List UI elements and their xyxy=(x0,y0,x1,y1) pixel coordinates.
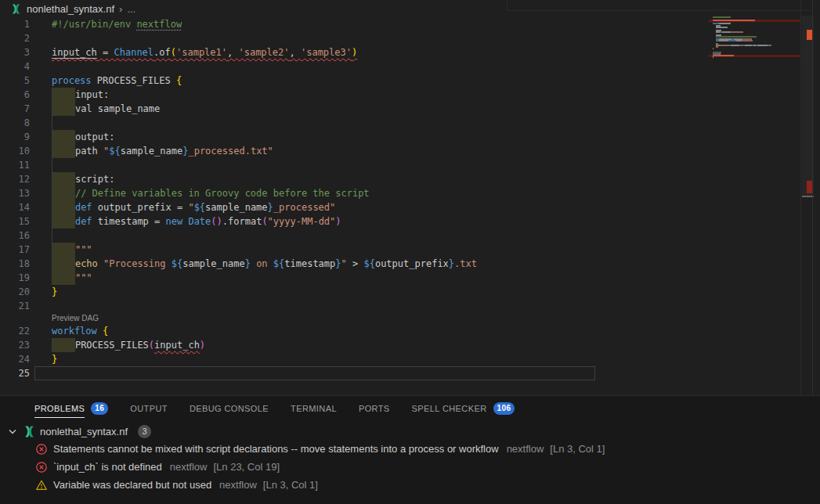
codelens-content: Preview DAG xyxy=(34,313,709,324)
line-content[interactable]: workflow { xyxy=(34,324,709,338)
code-line[interactable]: 3input_ch = Channel.of('sample1', 'sampl… xyxy=(0,45,709,59)
code-line[interactable]: 23 PROCESS_FILES(input_ch) xyxy=(0,338,709,352)
code-line[interactable]: 12 script: xyxy=(0,172,709,186)
problems-tree: nonlethal_syntax.nf 3 Statements cannot … xyxy=(0,420,820,494)
code-line[interactable]: 18 echo "Processing ${sample_name} on ${… xyxy=(0,257,709,271)
problem-row[interactable]: `input_ch` is not definednextflow[Ln 23,… xyxy=(0,458,820,476)
line-content[interactable]: PROCESS_FILES(input_ch) xyxy=(34,338,709,352)
problem-message: Variable was declared but not used xyxy=(53,479,211,491)
chevron-down-icon[interactable] xyxy=(6,425,19,437)
code-line[interactable]: 24} xyxy=(0,352,709,366)
problem-row[interactable]: Statements cannot be mixed with script d… xyxy=(0,440,820,458)
breadcrumb[interactable]: nonlethal_syntax.nf › ... xyxy=(0,0,820,17)
tab-problems[interactable]: PROBLEMS16 xyxy=(23,396,119,420)
code-line[interactable]: 16 xyxy=(0,229,709,243)
code-area[interactable]: 1#!/usr/bin/env nextflow23input_ch = Cha… xyxy=(0,17,709,380)
line-content[interactable]: """ xyxy=(34,271,709,285)
line-content[interactable] xyxy=(34,116,709,130)
line-content[interactable]: def timestamp = new Date().format("yyyy-… xyxy=(34,214,709,229)
code-token: "yyyy-MM-dd" xyxy=(268,216,336,227)
code-line[interactable]: 25 xyxy=(0,366,709,380)
code-token: input: xyxy=(75,89,109,100)
code-line[interactable]: 14 def output_prefix = "${sample_name}_p… xyxy=(0,200,709,214)
code-line[interactable]: 15 def timestamp = new Date().format("yy… xyxy=(0,214,709,229)
line-content[interactable]: process PROCESS_FILES { xyxy=(34,74,709,88)
breadcrumb-file[interactable]: nonlethal_syntax.nf xyxy=(27,3,114,15)
code-token: Date xyxy=(188,216,211,227)
line-content[interactable]: } xyxy=(34,352,709,366)
code-line[interactable]: 2 xyxy=(0,31,709,45)
code-line[interactable]: 5process PROCESS_FILES { xyxy=(0,74,709,88)
code-line[interactable]: 7 val sample_name xyxy=(0,102,709,116)
code-token: ( xyxy=(262,216,267,227)
tab-spell-checker[interactable]: SPELL CHECKER106 xyxy=(401,396,526,420)
line-content[interactable]: #!/usr/bin/env nextflow xyxy=(34,17,709,31)
code-line[interactable]: 9 output: xyxy=(0,130,709,144)
line-number: 23 xyxy=(0,338,34,352)
line-content[interactable]: echo "Processing ${sample_name} on ${tim… xyxy=(34,257,709,271)
line-content[interactable]: """ xyxy=(34,243,709,257)
line-content[interactable] xyxy=(34,158,709,172)
minimap-line xyxy=(713,16,731,18)
code-line[interactable]: 13 // Define variables in Groovy code be… xyxy=(0,186,709,200)
code-token: output_prefix = xyxy=(98,202,189,213)
code-token: #!/usr/bin/env xyxy=(52,19,136,30)
overview-ruler-scrollbar[interactable] xyxy=(800,0,813,395)
code-token: timestamp xyxy=(284,258,335,269)
code-line[interactable]: 10 path "${sample_name}_processed.txt" xyxy=(0,144,709,158)
code-token: Channel xyxy=(114,47,154,58)
error-marker xyxy=(807,181,812,193)
line-content[interactable] xyxy=(34,31,709,45)
code-line[interactable]: 20} xyxy=(0,285,709,299)
warning-icon xyxy=(35,479,48,491)
line-content[interactable] xyxy=(34,229,709,243)
editor-pane[interactable]: nonlethal_syntax.nf › ... 1#!/usr/bin/en… xyxy=(0,0,820,395)
code-line[interactable]: 4 xyxy=(0,59,709,74)
line-content[interactable]: // Define variables in Groovy code befor… xyxy=(34,186,709,200)
line-number: 4 xyxy=(0,59,34,74)
tab-ports[interactable]: PORTS xyxy=(348,396,401,420)
tab-output[interactable]: OUTPUT xyxy=(119,396,179,420)
line-content[interactable] xyxy=(34,59,709,74)
tab-label: DEBUG CONSOLE xyxy=(190,399,269,417)
line-content[interactable]: output: xyxy=(34,130,709,144)
line-content[interactable]: input_ch = Channel.of('sample1', 'sample… xyxy=(34,45,709,59)
indent-highlight xyxy=(52,243,75,257)
problems-file-group-row[interactable]: nonlethal_syntax.nf 3 xyxy=(0,423,820,440)
line-content[interactable]: path "${sample_name}_processed.txt" xyxy=(34,144,709,158)
breadcrumb-ellipsis[interactable]: ... xyxy=(127,3,135,15)
line-number: 8 xyxy=(0,116,34,130)
problem-row[interactable]: Variable was declared but not usednextfl… xyxy=(0,476,820,494)
nextflow-file-icon xyxy=(23,425,36,438)
problem-message: Statements cannot be mixed with script d… xyxy=(53,443,499,455)
code-line[interactable]: 11 xyxy=(0,158,709,172)
line-number: 25 xyxy=(0,366,34,380)
code-token: input_ch xyxy=(154,340,200,351)
code-token: on xyxy=(251,258,273,269)
code-line[interactable]: 6 input: xyxy=(0,88,709,102)
line-content[interactable]: val sample_name xyxy=(34,102,709,116)
minimap[interactable] xyxy=(709,16,800,65)
line-content[interactable]: } xyxy=(34,285,709,299)
code-token: } xyxy=(245,258,251,269)
codelens-preview-dag[interactable]: Preview DAG xyxy=(52,314,99,322)
line-content[interactable] xyxy=(34,366,595,380)
code-token: > xyxy=(347,258,364,269)
line-content[interactable]: script: xyxy=(34,172,709,186)
line-content[interactable] xyxy=(34,299,709,313)
vscode-window: nonlethal_syntax.nf › ... 1#!/usr/bin/en… xyxy=(0,0,820,504)
line-content[interactable]: def output_prefix = "${sample_name}_proc… xyxy=(34,200,709,214)
tab-terminal[interactable]: TERMINAL xyxy=(280,396,348,420)
tab-debug-console[interactable]: DEBUG CONSOLE xyxy=(179,396,280,420)
code-line[interactable]: 22workflow { xyxy=(0,324,709,338)
problems-file-count-badge: 3 xyxy=(138,425,151,438)
code-line[interactable]: 17 """ xyxy=(0,243,709,257)
line-content[interactable]: input: xyxy=(34,88,709,102)
codelens-row[interactable]: Preview DAG xyxy=(0,313,709,324)
line-number: 5 xyxy=(0,74,34,88)
code-line[interactable]: 8 xyxy=(0,116,709,130)
code-line[interactable]: 19 """ xyxy=(0,271,709,285)
code-line[interactable]: 1#!/usr/bin/env nextflow xyxy=(0,17,709,31)
code-line[interactable]: 21 xyxy=(0,299,709,313)
minimap-line xyxy=(713,31,743,33)
